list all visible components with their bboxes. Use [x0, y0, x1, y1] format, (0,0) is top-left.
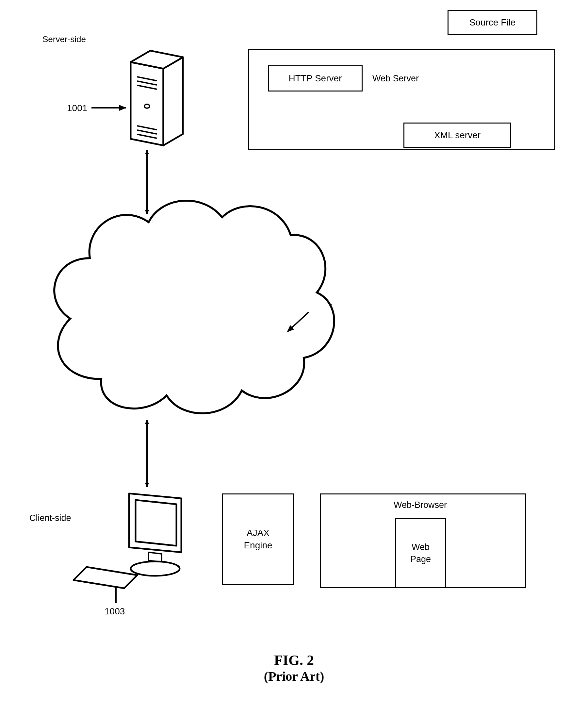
web-browser-label: Web-Browser: [394, 500, 447, 510]
web-page-label: Web Page: [410, 541, 431, 565]
svg-line-5: [137, 130, 157, 134]
ajax-engine-label: AJAX Engine: [244, 527, 272, 552]
web-page-box: Web Page: [395, 518, 446, 588]
source-file-box: Source File: [447, 10, 538, 35]
figure-number: FIG. 2: [0, 652, 588, 669]
cloud-icon: [54, 201, 334, 413]
http-server-label: HTTP Server: [289, 73, 342, 84]
svg-line-4: [137, 126, 157, 130]
prior-art-label: (Prior Art): [0, 669, 588, 684]
ref-1005-label: 1005: [312, 302, 332, 313]
monitor-icon: [129, 493, 181, 576]
server-icon: [131, 50, 183, 145]
web-server-label: Web Server: [372, 74, 419, 84]
diagram-canvas: Server-side Source File HTTP Server Web …: [0, 0, 588, 716]
internet-label: INTERNET: [147, 333, 198, 344]
svg-line-1: [137, 81, 157, 85]
xml-server-label: XML server: [434, 130, 481, 141]
figure-caption: FIG. 2 (Prior Art): [0, 652, 588, 684]
source-file-label: Source File: [469, 17, 516, 28]
http-server-box: HTTP Server: [268, 65, 363, 91]
svg-point-7: [131, 561, 180, 576]
xml-server-box: XML server: [403, 123, 511, 148]
client-side-label: Client-side: [29, 513, 71, 523]
svg-point-3: [144, 104, 150, 108]
ref-1001-label: 1001: [67, 103, 87, 114]
ajax-engine-box: AJAX Engine: [222, 493, 294, 585]
ref-1003-label: 1003: [105, 606, 125, 617]
svg-line-0: [137, 77, 157, 81]
svg-line-2: [137, 85, 157, 89]
server-side-label: Server-side: [42, 34, 86, 44]
keyboard-icon: [74, 567, 137, 588]
svg-line-6: [137, 134, 157, 138]
arrow-ref-1005: [288, 312, 309, 332]
